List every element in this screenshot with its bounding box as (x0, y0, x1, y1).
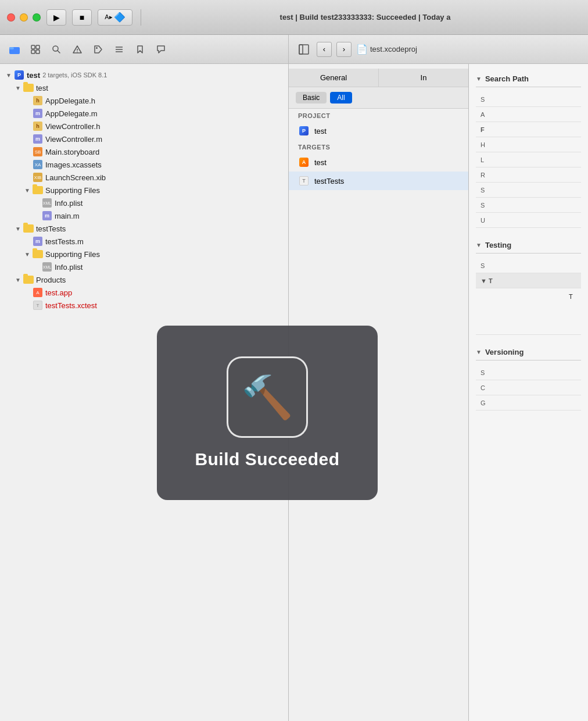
run-button[interactable]: ▶ (46, 9, 66, 26)
right-toolbar: ‹ › 📄 test.xcodeproj (289, 35, 588, 64)
svg-rect-16 (299, 45, 309, 54)
search-row-1: S (476, 92, 581, 107)
filter-all[interactable]: All (330, 92, 352, 103)
project-icon: P (14, 70, 24, 80)
stop-icon: ■ (80, 13, 84, 22)
maximize-button[interactable] (33, 13, 41, 22)
info-plist-1-label: Info.plist (55, 199, 83, 208)
tab-info[interactable]: In (379, 69, 468, 87)
grid-icon-btn[interactable] (27, 41, 44, 58)
test-app-label: test.app (45, 288, 72, 297)
appdelegate-m-item[interactable]: m AppDelegate.m (0, 107, 288, 120)
viewcontroller-m-item[interactable]: m ViewController.m (0, 133, 288, 145)
xib-item[interactable]: XIB LaunchScreen.xib (0, 171, 288, 184)
warning-icon-btn[interactable] (69, 41, 86, 58)
scheme-device-icon: 🔷 (114, 12, 126, 23)
build-succeeded-overlay: 🔨 Build Succeeded (157, 326, 378, 500)
target-test-item[interactable]: A test (289, 153, 468, 172)
supporting-folder-icon-1 (33, 185, 43, 195)
filter-basic[interactable]: Basic (296, 92, 327, 103)
versioning-row-3: G (476, 395, 581, 411)
settings-panel: Search Path S A F (469, 64, 588, 721)
versioning-row-2: C (476, 380, 581, 395)
titlebar-title: test | Build test233333333: Succeeded | … (149, 13, 581, 22)
svg-point-11 (96, 47, 98, 49)
targets-section-header: TARGETS (289, 140, 468, 153)
toolbar-divider (141, 9, 141, 26)
list-icon-btn[interactable] (110, 41, 128, 58)
main-m-item[interactable]: m main.m (0, 209, 288, 222)
h-file-icon: h (33, 95, 43, 106)
info-plist-1-item[interactable]: XML Info.plist (0, 197, 288, 209)
titlebar: ▶ ■ A▸ 🔷 test | Build test233333333: Suc… (0, 0, 588, 35)
tree-root[interactable]: P test 2 targets, iOS SDK 8.1 (0, 69, 288, 81)
svg-rect-15 (299, 45, 303, 54)
nav-back-button[interactable]: ‹ (317, 42, 332, 57)
svg-point-10 (77, 51, 78, 52)
test-folder-item[interactable]: test (0, 81, 288, 94)
search-row-4: H (476, 137, 581, 152)
search-row-6: R (476, 167, 581, 183)
testTests-m-item[interactable]: m testTests.m (0, 235, 288, 248)
test-folder-label: test (36, 84, 48, 92)
xcassets-item[interactable]: XA Images.xcassets (0, 158, 288, 171)
test-folder-arrow (14, 84, 22, 92)
svg-rect-5 (36, 50, 40, 53)
products-folder-arrow (14, 276, 22, 284)
test-app-item[interactable]: A test.app (0, 286, 288, 299)
products-folder-label: Products (36, 276, 66, 284)
appdelegate-h-item[interactable]: h AppDelegate.h (0, 94, 288, 107)
stop-button[interactable]: ■ (72, 9, 92, 26)
xib-label: LaunchScreen.xib (45, 173, 106, 182)
traffic-lights (7, 13, 41, 22)
search-row-5: L (476, 152, 581, 167)
svg-rect-4 (31, 50, 35, 53)
search-row-3: F (476, 122, 581, 137)
target-xcode-icon: A (298, 156, 310, 168)
products-folder-icon (23, 274, 34, 285)
play-icon: ▶ (53, 13, 60, 22)
appdelegate-h-label: AppDelegate.h (45, 97, 95, 105)
testTests-xctest-item[interactable]: T testTests.xctest (0, 299, 288, 312)
minimize-button[interactable] (20, 13, 28, 22)
supporting-files-1-item[interactable]: Supporting Files (0, 184, 288, 197)
project-section-header: PROJECT (289, 109, 468, 122)
tab-general[interactable]: General (289, 69, 379, 87)
svg-line-7 (58, 51, 60, 53)
xctest-icon: T (33, 300, 43, 310)
testTests-folder-item[interactable]: testTests (0, 222, 288, 235)
main-m-label: main.m (55, 212, 80, 220)
m-file-icon-3: m (42, 210, 52, 221)
info-plist-2-item[interactable]: XML Info.plist (0, 260, 288, 273)
app-icon: A (33, 287, 43, 298)
root-label: test (27, 71, 40, 80)
tag-icon-btn[interactable] (89, 41, 107, 58)
file-icon: 📄 (356, 44, 368, 55)
supporting-files-2-item[interactable]: Supporting Files (0, 248, 288, 260)
build-icon-container: 🔨 (227, 356, 308, 438)
chevron-right-icon: › (343, 45, 345, 53)
storyboard-item[interactable]: SB Main.storyboard (0, 145, 288, 158)
search-paths-title: Search Path (476, 71, 581, 87)
root-subtitle: 2 targets, iOS SDK 8.1 (42, 72, 107, 78)
xcassets-icon: XA (33, 159, 43, 170)
close-button[interactable] (7, 13, 15, 22)
chat-icon-btn[interactable] (152, 41, 170, 58)
storyboard-icon: SB (33, 147, 43, 157)
svg-rect-2 (31, 45, 35, 49)
search-row-9: U (476, 213, 581, 228)
target-test-icon: T (298, 175, 310, 187)
info-plist-2-label: Info.plist (55, 263, 83, 272)
folder-icon-btn[interactable] (6, 41, 23, 58)
scheme-selector[interactable]: A▸ 🔷 (98, 9, 132, 26)
supporting-files-1-label: Supporting Files (45, 186, 100, 195)
nav-forward-button[interactable]: › (336, 42, 352, 57)
viewcontroller-m-label: ViewController.m (45, 135, 102, 144)
target-testTests-item[interactable]: T testTests (289, 172, 468, 190)
project-test-item[interactable]: P test (289, 122, 468, 140)
search-icon-btn[interactable] (48, 41, 65, 58)
products-folder-item[interactable]: Products (0, 273, 288, 286)
viewcontroller-h-item[interactable]: h ViewController.h (0, 120, 288, 133)
inspector-toggle[interactable] (296, 42, 312, 57)
bookmark-icon-btn[interactable] (131, 41, 149, 58)
